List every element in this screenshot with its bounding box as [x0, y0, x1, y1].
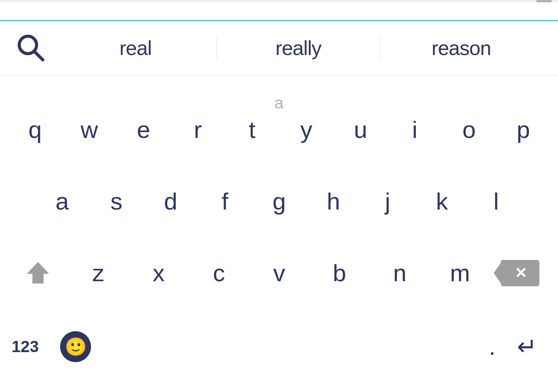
key-row-3: z x c v b n m ✕: [0, 252, 558, 294]
key-i[interactable]: i: [388, 108, 442, 151]
key-k[interactable]: k: [415, 180, 469, 223]
key-u[interactable]: u: [333, 108, 388, 151]
key-t[interactable]: t: [225, 108, 279, 151]
key-x[interactable]: x: [128, 252, 189, 294]
key-y[interactable]: y: [279, 108, 333, 151]
key-p[interactable]: p: [496, 108, 550, 151]
key-row-2: a s d f g h j k l: [0, 180, 558, 223]
key-m[interactable]: m: [430, 252, 490, 294]
key-row-1: q w e r t y u i o p: [0, 108, 558, 151]
key-d[interactable]: d: [143, 180, 198, 223]
space-key[interactable]: [101, 331, 469, 362]
emoji-icon: 🙂: [65, 338, 87, 356]
key-n[interactable]: n: [369, 252, 430, 294]
backspace-icon: ✕: [501, 260, 539, 286]
key-g[interactable]: g: [252, 180, 306, 223]
emoji-circle: 🙂: [60, 331, 91, 362]
key-q[interactable]: q: [8, 108, 62, 151]
suggestion-reason[interactable]: reason: [380, 36, 542, 60]
numbers-key[interactable]: 123: [12, 337, 58, 356]
key-f[interactable]: f: [198, 180, 252, 223]
input-bar[interactable]: [0, 2, 558, 21]
period-key[interactable]: .: [477, 333, 508, 360]
shift-key[interactable]: [8, 252, 68, 294]
backspace-x-icon: ✕: [515, 265, 527, 282]
suggestion-really[interactable]: really: [217, 36, 379, 60]
key-c[interactable]: c: [189, 252, 249, 294]
keyboard: a q w e r t y u i o p a s d f g h j k l: [0, 75, 558, 392]
key-o[interactable]: o: [442, 108, 496, 151]
emoji-key[interactable]: 🙂: [58, 329, 93, 364]
key-s[interactable]: s: [89, 180, 143, 223]
return-key[interactable]: ↵: [508, 332, 546, 361]
return-icon: ↵: [517, 332, 537, 361]
key-h[interactable]: h: [306, 180, 360, 223]
suggestion-real[interactable]: real: [54, 36, 217, 60]
key-b[interactable]: b: [309, 252, 370, 294]
backspace-key[interactable]: ✕: [490, 252, 550, 294]
key-l[interactable]: l: [469, 180, 523, 223]
key-e[interactable]: e: [116, 108, 170, 151]
key-w[interactable]: w: [62, 108, 116, 151]
key-v[interactable]: v: [249, 252, 309, 294]
key-z[interactable]: z: [68, 252, 129, 294]
key-a[interactable]: a: [35, 180, 89, 223]
svg-line-1: [34, 51, 43, 60]
input-field[interactable]: [6, 2, 552, 20]
bottom-row: 123 🙂 . ↵: [0, 323, 558, 370]
suggestions-row: real really reason: [0, 21, 558, 75]
key-r[interactable]: r: [170, 108, 225, 151]
search-icon: [16, 33, 46, 64]
svg-marker-2: [27, 262, 49, 284]
key-j[interactable]: j: [360, 180, 415, 223]
